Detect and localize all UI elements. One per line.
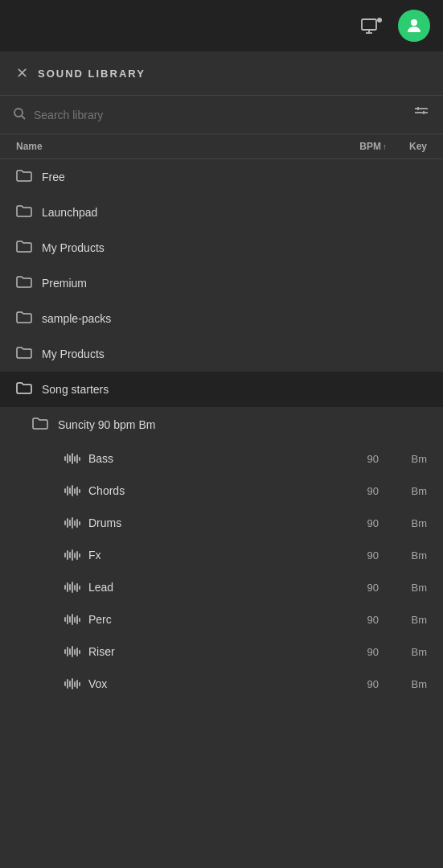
file-drums[interactable]: Drums 90 Bm xyxy=(0,507,443,539)
file-chords-key: Bm xyxy=(387,485,427,497)
file-chords-label: Chords xyxy=(88,484,322,497)
folder-icon xyxy=(16,204,32,220)
audio-wave-icon xyxy=(64,677,80,690)
table-header: Name BPM↑ Key xyxy=(0,134,443,159)
filter-icon[interactable] xyxy=(412,104,430,125)
panel-title: SOUND LIBRARY xyxy=(38,68,146,80)
file-lead-bpm: 90 xyxy=(330,582,379,594)
svg-line-6 xyxy=(22,116,25,119)
file-perc-label: Perc xyxy=(88,613,322,626)
folder-my-products-2[interactable]: My Products xyxy=(0,336,443,372)
file-riser-key: Bm xyxy=(387,646,427,658)
folder-sample-packs[interactable]: sample-packs xyxy=(0,301,443,336)
search-bar xyxy=(0,96,443,134)
folder-suncity[interactable]: Suncity 90 bpm Bm xyxy=(0,407,443,442)
folder-icon xyxy=(16,240,32,256)
folder-launchpad[interactable]: Launchpad xyxy=(0,195,443,230)
audio-wave-icon xyxy=(64,484,80,497)
audio-wave-icon xyxy=(64,516,80,529)
folder-song-starters-label: Song starters xyxy=(42,383,427,396)
search-icon xyxy=(13,107,26,123)
file-vox[interactable]: Vox 90 Bm xyxy=(0,668,443,700)
file-drums-bpm: 90 xyxy=(330,517,379,529)
file-lead-label: Lead xyxy=(88,581,322,594)
folder-icon xyxy=(16,311,32,327)
audio-wave-icon xyxy=(64,645,80,658)
audio-wave-icon xyxy=(64,613,80,626)
file-fx[interactable]: Fx 90 Bm xyxy=(0,539,443,571)
panel-header: ✕ SOUND LIBRARY xyxy=(0,51,443,96)
folder-icon xyxy=(16,275,32,291)
file-fx-label: Fx xyxy=(88,549,322,562)
folder-my-products-1-label: My Products xyxy=(42,241,427,254)
close-icon[interactable]: ✕ xyxy=(16,64,28,82)
folder-free-label: Free xyxy=(42,171,427,183)
file-bass-key: Bm xyxy=(387,453,427,465)
folder-icon xyxy=(16,169,32,185)
file-perc-bpm: 90 xyxy=(330,614,379,626)
col-key-header: Key xyxy=(387,141,427,152)
file-riser[interactable]: Riser 90 Bm xyxy=(0,636,443,668)
folder-icon xyxy=(32,417,48,433)
svg-point-1 xyxy=(377,18,382,23)
file-lead[interactable]: Lead 90 Bm xyxy=(0,571,443,603)
file-perc[interactable]: Perc 90 Bm xyxy=(0,603,443,636)
folder-free[interactable]: Free xyxy=(0,159,443,195)
col-name-header: Name xyxy=(16,141,338,152)
search-input[interactable] xyxy=(34,109,404,121)
file-bass-label: Bass xyxy=(88,452,322,465)
folder-icon xyxy=(16,381,32,397)
file-chords[interactable]: Chords 90 Bm xyxy=(0,475,443,507)
file-fx-key: Bm xyxy=(387,549,427,562)
file-list: Free Launchpad My Products xyxy=(0,159,443,868)
folder-my-products-2-label: My Products xyxy=(42,348,427,360)
sound-library-panel: ✕ SOUND LIBRARY Name BPM↑ Key xyxy=(0,51,443,868)
avatar[interactable] xyxy=(398,10,430,42)
screencast-icon[interactable] xyxy=(356,11,385,40)
folder-premium[interactable]: Premium xyxy=(0,265,443,301)
svg-point-5 xyxy=(14,109,23,117)
svg-point-4 xyxy=(411,19,417,26)
audio-wave-icon xyxy=(64,452,80,465)
file-perc-key: Bm xyxy=(387,614,427,626)
file-drums-key: Bm xyxy=(387,517,427,529)
folder-icon xyxy=(16,346,32,362)
folder-premium-label: Premium xyxy=(42,277,427,290)
file-riser-bpm: 90 xyxy=(330,646,379,658)
file-drums-label: Drums xyxy=(88,516,322,529)
file-fx-bpm: 90 xyxy=(330,549,379,562)
folder-suncity-label: Suncity 90 bpm Bm xyxy=(58,418,427,431)
folder-launchpad-label: Launchpad xyxy=(42,206,427,219)
top-bar xyxy=(0,0,443,51)
folder-sample-packs-label: sample-packs xyxy=(42,312,427,325)
file-lead-key: Bm xyxy=(387,582,427,594)
audio-wave-icon xyxy=(64,581,80,594)
file-vox-label: Vox xyxy=(88,677,322,690)
file-vox-bpm: 90 xyxy=(330,678,379,690)
file-bass-bpm: 90 xyxy=(330,453,379,465)
file-chords-bpm: 90 xyxy=(330,485,379,497)
folder-my-products-1[interactable]: My Products xyxy=(0,230,443,265)
col-bpm-header[interactable]: BPM↑ xyxy=(338,141,387,152)
audio-wave-icon xyxy=(64,549,80,562)
file-vox-key: Bm xyxy=(387,678,427,690)
file-bass[interactable]: Bass 90 Bm xyxy=(0,442,443,475)
folder-song-starters[interactable]: Song starters xyxy=(0,372,443,407)
svg-rect-0 xyxy=(362,19,376,30)
file-riser-label: Riser xyxy=(88,645,322,658)
